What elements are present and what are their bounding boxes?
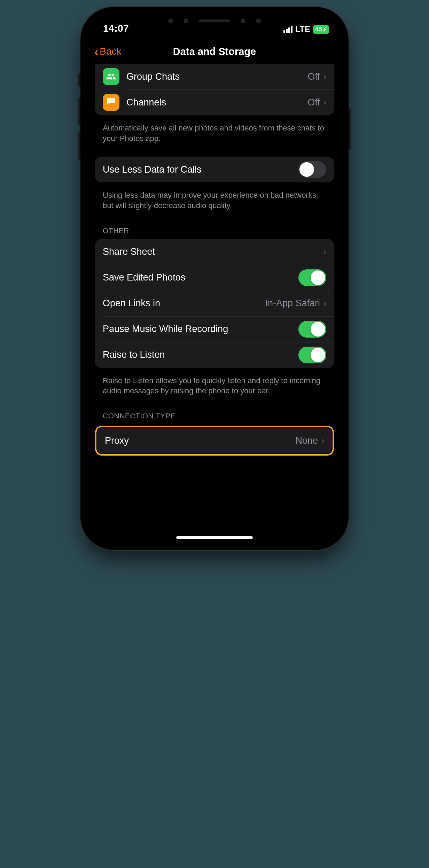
row-open-links-in[interactable]: Open Links in In-App Safari › <box>95 291 334 316</box>
page-title: Data and Storage <box>173 46 256 57</box>
use-less-data-toggle[interactable] <box>298 161 326 178</box>
signal-icon <box>283 26 292 33</box>
row-label: Share Sheet <box>103 246 323 257</box>
status-right: LTE 45⚡︎ <box>283 25 329 34</box>
row-label: Save Edited Photos <box>103 272 298 283</box>
chevron-right-icon: › <box>323 299 326 308</box>
chevron-right-icon: › <box>321 436 324 445</box>
volume-down-button <box>78 132 80 160</box>
less-data-footer: Using less data may improve your experie… <box>95 186 334 211</box>
row-label: Proxy <box>105 435 295 446</box>
row-use-less-data[interactable]: Use Less Data for Calls <box>95 157 334 182</box>
speaker-grille <box>199 19 230 22</box>
back-button[interactable]: ‹ Back <box>94 46 122 57</box>
row-value: None <box>295 435 318 446</box>
pause-music-toggle[interactable] <box>298 321 326 338</box>
sensor-dot <box>168 18 173 23</box>
notch <box>161 14 268 28</box>
proxy-highlight: Proxy None › <box>95 426 334 456</box>
charging-icon: ⚡︎ <box>322 26 327 33</box>
less-data-group: Use Less Data for Calls <box>95 157 334 182</box>
row-save-edited-photos[interactable]: Save Edited Photos <box>95 265 334 291</box>
chevron-left-icon: ‹ <box>94 46 98 57</box>
group-chats-icon <box>103 68 119 85</box>
row-label: Use Less Data for Calls <box>103 164 298 175</box>
autosave-footer: Automatically save all new photos and vi… <box>95 119 334 143</box>
battery-level: 45 <box>315 26 322 33</box>
volume-up-button <box>78 97 80 125</box>
row-label: Channels <box>126 97 307 108</box>
row-label: Open Links in <box>103 298 265 309</box>
row-channels[interactable]: Channels Off › <box>95 89 334 115</box>
connection-group: Proxy None › <box>97 428 332 453</box>
back-label: Back <box>100 46 121 57</box>
chevron-right-icon: › <box>323 247 326 257</box>
screen: 14:07 LTE 45⚡︎ ‹ Back Data and Storage <box>87 14 342 543</box>
channels-icon <box>103 94 119 111</box>
battery-indicator: 45⚡︎ <box>313 25 329 34</box>
save-edited-toggle[interactable] <box>298 269 326 286</box>
row-label: Group Chats <box>126 71 307 82</box>
sensor-dot <box>256 18 261 23</box>
raise-to-listen-toggle[interactable] <box>298 347 326 363</box>
connection-header: CONNECTION TYPE <box>95 396 334 424</box>
row-value: Off <box>307 97 320 108</box>
row-group-chats[interactable]: Group Chats Off › <box>95 64 334 89</box>
home-indicator[interactable] <box>176 536 253 539</box>
chevron-right-icon: › <box>323 97 326 107</box>
phone-frame: 14:07 LTE 45⚡︎ ‹ Back Data and Storage <box>80 7 349 550</box>
autosave-group: Group Chats Off › Channels Off › <box>95 64 334 115</box>
other-footer: Raise to Listen allows you to quickly li… <box>95 371 334 396</box>
sensor-dot <box>241 18 245 23</box>
row-proxy[interactable]: Proxy None › <box>97 428 332 453</box>
row-raise-to-listen[interactable]: Raise to Listen <box>95 342 334 368</box>
other-group: Share Sheet › Save Edited Photos Open Li… <box>95 239 334 368</box>
row-pause-music[interactable]: Pause Music While Recording <box>95 316 334 342</box>
row-label: Pause Music While Recording <box>103 324 298 334</box>
camera-dot <box>184 18 188 23</box>
row-share-sheet[interactable]: Share Sheet › <box>95 239 334 265</box>
mute-switch <box>78 73 80 87</box>
nav-bar: ‹ Back Data and Storage <box>87 39 342 64</box>
row-value: In-App Safari <box>265 298 320 309</box>
power-button <box>349 108 351 150</box>
content[interactable]: Group Chats Off › Channels Off › Automat… <box>87 64 342 469</box>
network-label: LTE <box>295 25 310 34</box>
chevron-right-icon: › <box>323 72 326 81</box>
status-time: 14:07 <box>103 23 129 34</box>
row-label: Raise to Listen <box>103 349 298 360</box>
row-value: Off <box>307 71 320 82</box>
other-header: OTHER <box>95 211 334 239</box>
